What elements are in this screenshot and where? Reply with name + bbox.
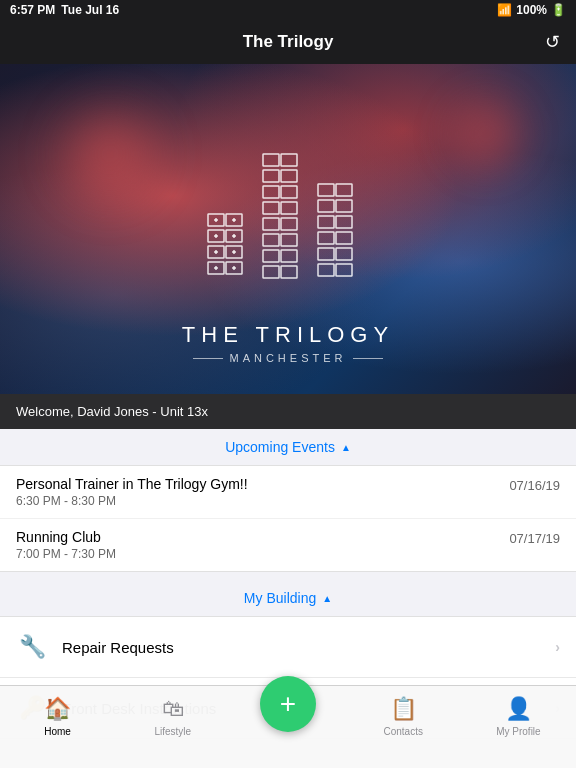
tab-add[interactable]: + [230, 696, 345, 732]
svg-rect-30 [263, 250, 279, 262]
tab-profile[interactable]: 👤 My Profile [461, 696, 576, 737]
repair-requests-icon: 🔧 [16, 631, 48, 663]
brand-location: MANCHESTER [193, 352, 382, 364]
svg-rect-25 [263, 170, 279, 182]
event-item-0[interactable]: Personal Trainer in The Trilogy Gym!! 6:… [0, 466, 576, 519]
lifestyle-icon: 🛍 [162, 696, 184, 722]
tab-home[interactable]: 🏠 Home [0, 696, 115, 737]
svg-rect-39 [281, 266, 297, 278]
welcome-text: Welcome, David Jones - Unit 13x [16, 404, 208, 419]
repair-requests-chevron: › [555, 639, 560, 655]
my-building-arrow: ▲ [322, 593, 332, 604]
svg-rect-38 [281, 250, 297, 262]
svg-rect-35 [281, 202, 297, 214]
events-list: Personal Trainer in The Trilogy Gym!! 6:… [0, 466, 576, 572]
welcome-bar: Welcome, David Jones - Unit 13x [0, 394, 576, 429]
event-time-0: 6:30 PM - 8:30 PM [16, 494, 493, 508]
add-icon: + [280, 690, 296, 718]
my-building-label: My Building [244, 590, 316, 606]
repair-requests-label: Repair Requests [62, 639, 555, 656]
status-bar: 6:57 PM Tue Jul 16 📶 100% 🔋 [0, 0, 576, 20]
event-time-1: 7:00 PM - 7:30 PM [16, 547, 493, 561]
svg-rect-44 [318, 248, 334, 260]
add-button[interactable]: + [260, 676, 316, 732]
svg-rect-47 [336, 200, 352, 212]
scroll-area[interactable]: THE TRILOGY MANCHESTER Welcome, David Jo… [0, 64, 576, 749]
profile-icon: 👤 [505, 696, 532, 722]
svg-rect-27 [263, 202, 279, 214]
svg-rect-31 [263, 266, 279, 278]
menu-item-repair-requests[interactable]: 🔧 Repair Requests › [0, 617, 576, 678]
event-date-1: 07/17/19 [509, 531, 560, 546]
svg-rect-37 [281, 234, 297, 246]
svg-rect-45 [318, 264, 334, 276]
event-title-0: Personal Trainer in The Trilogy Gym!! [16, 476, 493, 492]
svg-rect-48 [336, 216, 352, 228]
wifi-icon: 📶 [497, 3, 512, 17]
battery-icon: 🔋 [551, 3, 566, 17]
event-item-1[interactable]: Running Club 7:00 PM - 7:30 PM 07/17/19 [0, 519, 576, 571]
profile-label: My Profile [496, 726, 540, 737]
upcoming-events-label: Upcoming Events [225, 439, 335, 455]
upcoming-events-arrow: ▲ [341, 442, 351, 453]
upcoming-events-header[interactable]: Upcoming Events ▲ [0, 429, 576, 466]
svg-rect-26 [263, 186, 279, 198]
svg-rect-36 [281, 218, 297, 230]
home-icon: 🏠 [44, 696, 71, 722]
svg-rect-33 [281, 170, 297, 182]
svg-rect-32 [281, 154, 297, 166]
svg-rect-41 [318, 200, 334, 212]
status-right: 📶 100% 🔋 [497, 3, 566, 17]
my-building-header[interactable]: My Building ▲ [0, 580, 576, 617]
home-label: Home [44, 726, 71, 737]
brand-name: THE TRILOGY [182, 322, 394, 348]
contacts-icon: 📋 [390, 696, 417, 722]
status-left: 6:57 PM Tue Jul 16 [10, 3, 119, 17]
svg-rect-28 [263, 218, 279, 230]
svg-rect-50 [336, 248, 352, 260]
trilogy-logo [188, 124, 388, 308]
tab-contacts[interactable]: 📋 Contacts [346, 696, 461, 737]
svg-rect-24 [263, 154, 279, 166]
nav-bar: The Trilogy ↺ [0, 20, 576, 64]
contacts-label: Contacts [383, 726, 422, 737]
lifestyle-label: Lifestyle [154, 726, 191, 737]
svg-rect-42 [318, 216, 334, 228]
time: 6:57 PM [10, 3, 55, 17]
svg-rect-34 [281, 186, 297, 198]
refresh-button[interactable]: ↺ [545, 31, 560, 53]
svg-rect-51 [336, 264, 352, 276]
nav-title: The Trilogy [243, 32, 334, 52]
svg-rect-40 [318, 184, 334, 196]
event-info-0: Personal Trainer in The Trilogy Gym!! 6:… [16, 476, 493, 508]
tab-lifestyle[interactable]: 🛍 Lifestyle [115, 696, 230, 737]
event-info-1: Running Club 7:00 PM - 7:30 PM [16, 529, 493, 561]
event-title-1: Running Club [16, 529, 493, 545]
tab-bar: 🏠 Home 🛍 Lifestyle + 📋 Contacts 👤 My Pro… [0, 685, 576, 768]
date: Tue Jul 16 [61, 3, 119, 17]
svg-rect-46 [336, 184, 352, 196]
event-date-0: 07/16/19 [509, 478, 560, 493]
battery-label: 100% [516, 3, 547, 17]
svg-rect-43 [318, 232, 334, 244]
svg-rect-29 [263, 234, 279, 246]
hero-banner: THE TRILOGY MANCHESTER [0, 64, 576, 394]
svg-rect-49 [336, 232, 352, 244]
